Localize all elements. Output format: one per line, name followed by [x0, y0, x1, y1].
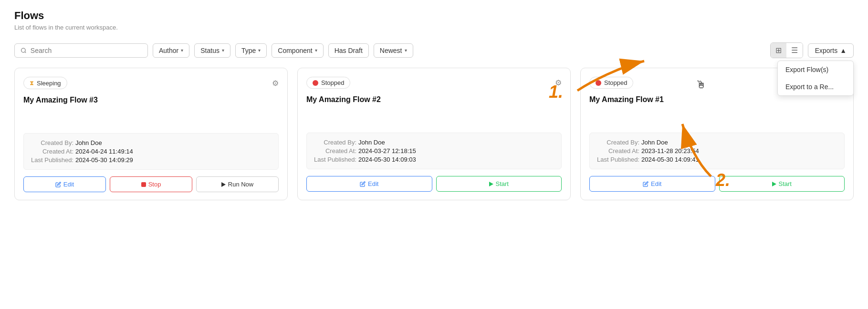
type-filter-btn[interactable]: Type ▾ — [235, 43, 267, 58]
meta-created-by-1: Created By: John Doe — [596, 139, 837, 146]
play-icon-2 — [489, 182, 493, 186]
toolbar: Author ▾ Status ▾ Type ▾ Component ▾ Has… — [14, 42, 854, 58]
flow-card-3: ⧗ Sleeping ⚙ My Amazing Flow #3 Created … — [14, 68, 288, 200]
edit-icon-2 — [360, 181, 366, 187]
edit-btn-3[interactable]: Edit — [23, 176, 106, 192]
author-chevron-icon: ▾ — [181, 48, 183, 53]
flow-meta-2: Created By: John Doe Created At: 2024-03… — [306, 133, 562, 169]
stop-btn-3[interactable]: Stop — [110, 176, 192, 192]
status-filter-btn[interactable]: Status ▾ — [194, 43, 230, 58]
exports-chevron-icon: ▲ — [840, 47, 847, 54]
author-filter-btn[interactable]: Author ▾ — [153, 43, 189, 58]
page-subtitle: List of flows in the current workspace. — [14, 24, 854, 31]
flow-meta-3: Created By: John Doe Created At: 2024-04… — [23, 133, 279, 170]
meta-created-at-1: Created At: 2023-11-28 20:23:54 — [596, 147, 837, 154]
status-chevron-icon: ▾ — [222, 48, 224, 53]
run-now-btn-3[interactable]: Run Now — [196, 176, 279, 192]
card-header-2: Stopped ⚙ — [306, 77, 562, 89]
meta-published-2: Last Published: 2024-05-30 14:09:03 — [314, 156, 554, 163]
start-btn-1[interactable]: Start — [719, 176, 845, 192]
gear-icon-2[interactable]: ⚙ — [555, 78, 562, 87]
flow-title-1: My Amazing Flow #1 — [589, 95, 845, 104]
view-toggle: ⊞ ☰ — [770, 42, 803, 58]
newest-chevron-icon: ▾ — [405, 48, 407, 53]
card-header-3: ⧗ Sleeping ⚙ — [23, 77, 279, 89]
flow-card-2: Stopped ⚙ My Amazing Flow #2 Created By:… — [297, 68, 571, 200]
component-filter-btn[interactable]: Component ▾ — [272, 43, 323, 58]
component-chevron-icon: ▾ — [315, 48, 317, 53]
edit-btn-2[interactable]: Edit — [306, 176, 432, 192]
page-header: Flows List of flows in the current works… — [14, 10, 854, 31]
play-icon-1 — [772, 182, 776, 186]
exports-dropdown: Export Flow(s) Export to a Re... — [777, 61, 854, 96]
status-badge-sleeping: ⧗ Sleeping — [23, 77, 67, 89]
stop-circle-icon-1 — [596, 80, 601, 86]
list-view-btn[interactable]: ☰ — [786, 43, 803, 58]
status-badge-stopped-1: Stopped — [589, 77, 633, 89]
card-actions-3: Edit Stop Run Now — [23, 176, 279, 192]
meta-created-by-2: Created By: John Doe — [314, 139, 554, 146]
start-btn-2[interactable]: Start — [436, 176, 562, 192]
search-icon — [21, 47, 27, 54]
card-actions-2: Edit Start — [306, 176, 562, 192]
exports-btn[interactable]: Exports ▲ — [808, 43, 854, 58]
meta-created-at-2: Created At: 2024-03-27 12:18:15 — [314, 147, 554, 154]
meta-created-by-3: Created By: John Doe — [31, 139, 272, 146]
search-box — [14, 43, 148, 58]
search-input[interactable] — [31, 47, 142, 54]
meta-created-at-3: Created At: 2024-04-24 11:49:14 — [31, 148, 272, 155]
edit-icon-1 — [643, 181, 648, 187]
type-chevron-icon: ▾ — [258, 48, 261, 53]
svg-line-1 — [25, 52, 26, 52]
has-draft-btn[interactable]: Has Draft — [328, 43, 369, 58]
flow-meta-1: Created By: John Doe Created At: 2023-11… — [589, 133, 845, 169]
newest-filter-btn[interactable]: Newest ▾ — [374, 43, 413, 58]
status-badge-stopped-2: Stopped — [306, 77, 350, 89]
stop-circle-icon-2 — [313, 80, 318, 86]
flows-grid: ⧗ Sleeping ⚙ My Amazing Flow #3 Created … — [14, 68, 854, 200]
meta-published-3: Last Published: 2024-05-30 14:09:29 — [31, 156, 272, 164]
meta-published-1: Last Published: 2024-05-30 14:09:41 — [596, 156, 837, 163]
flow-title-2: My Amazing Flow #2 — [306, 95, 562, 104]
hourglass-icon: ⧗ — [30, 79, 34, 87]
flow-title-3: My Amazing Flow #3 — [23, 96, 279, 104]
grid-view-btn[interactable]: ⊞ — [771, 43, 786, 58]
page-title: Flows — [14, 10, 854, 22]
stop-icon-3 — [141, 182, 146, 187]
export-flows-item[interactable]: Export Flow(s) — [778, 61, 853, 78]
svg-point-0 — [21, 48, 26, 52]
play-icon-3 — [221, 182, 226, 187]
edit-icon-3 — [55, 182, 61, 187]
gear-icon-3[interactable]: ⚙ — [272, 79, 279, 88]
exports-container: Exports ▲ Export Flow(s) Export to a Re.… — [808, 43, 854, 58]
export-repo-item[interactable]: Export to a Re... — [778, 78, 853, 95]
edit-btn-1[interactable]: Edit — [589, 176, 715, 192]
card-actions-1: Edit Start — [589, 176, 845, 192]
